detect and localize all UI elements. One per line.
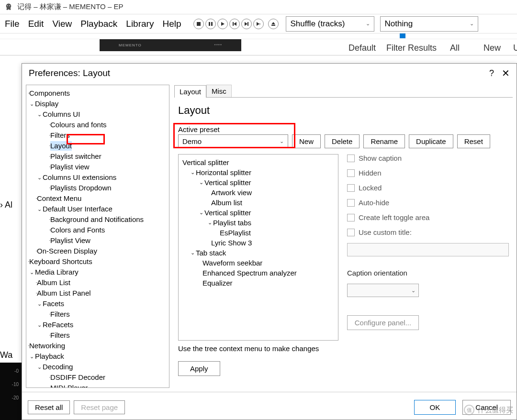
nav-colours[interactable]: Colours and fonts (50, 120, 107, 130)
svg-rect-1 (209, 22, 210, 26)
tab-layout[interactable]: Layout (174, 85, 206, 98)
nav-media-library[interactable]: Media Library (35, 267, 79, 277)
rename-button[interactable]: Rename (363, 134, 405, 148)
eject-button[interactable] (268, 19, 279, 29)
menu-view[interactable]: View (52, 19, 72, 29)
nav-refacets-filters[interactable]: Filters (50, 331, 70, 340)
tree-vertical-splitter[interactable]: Vertical splitter (182, 157, 229, 167)
menu-playback[interactable]: Playback (80, 19, 117, 29)
apply-button[interactable]: Apply (178, 361, 220, 376)
next-button[interactable] (241, 19, 252, 29)
preset-dropdown[interactable]: Demo ⌄ (178, 134, 288, 148)
background-tab-peek: ›Al (0, 200, 12, 210)
svg-rect-0 (197, 22, 201, 26)
tree-esplaylist[interactable]: EsPlaylist (220, 228, 251, 238)
nav-networking[interactable]: Networking (29, 341, 65, 351)
nav-default-ui[interactable]: Default User Interface (43, 204, 112, 214)
nav-decoding[interactable]: Decoding (43, 362, 73, 372)
tree-vertical-splitter-2[interactable]: Vertical splitter (204, 177, 251, 188)
active-preset-label: Active preset (178, 125, 509, 133)
nav-refacets[interactable]: ReFacets (43, 320, 73, 330)
delete-button[interactable]: Delete (325, 134, 360, 148)
duplicate-button[interactable]: Duplicate (409, 134, 453, 148)
nav-components[interactable]: Components (29, 88, 70, 98)
play-button[interactable] (217, 19, 228, 29)
tab-misc[interactable]: Misc (206, 85, 232, 97)
nav-album-list[interactable]: Album List (37, 278, 70, 287)
hidden-label: Hidden (359, 169, 382, 177)
custom-title-input[interactable] (347, 243, 509, 256)
preferences-nav-tree[interactable]: ···Components ⌄Display ⌄Columns UI ···Co… (26, 85, 169, 388)
nav-columns-ui[interactable]: Columns UI (43, 110, 80, 119)
stop-button[interactable] (193, 19, 204, 29)
menu-file[interactable]: File (5, 19, 20, 29)
nav-context-menu[interactable]: Context Menu (37, 194, 81, 203)
random-button[interactable]: ? (253, 19, 264, 29)
new-button[interactable]: New (292, 134, 321, 148)
nav-midi[interactable]: MIDI Player (50, 383, 88, 388)
secondary-combo[interactable]: Nothing ⌄ (380, 16, 478, 32)
tree-lyric[interactable]: Lyric Show 3 (211, 238, 252, 248)
menu-library[interactable]: Library (126, 19, 154, 29)
preset-row: Demo ⌄ New Delete Rename Duplicate Reset (178, 134, 509, 148)
toggle-area-checkbox[interactable] (347, 214, 355, 221)
tree-vertical-splitter-3[interactable]: Vertical splitter (204, 208, 251, 218)
main-menu-bar: File Edit View Playback Library Help ? S… (0, 14, 517, 33)
tab-filter-results[interactable]: Filter Results (382, 41, 441, 56)
nav-keyboard[interactable]: Keyboard Shortcuts (29, 257, 92, 266)
nav-playlist-switcher[interactable]: Playlist switcher (50, 152, 101, 161)
autohide-checkbox[interactable] (347, 199, 355, 207)
seekbar[interactable] (0, 33, 517, 39)
tree-artwork[interactable]: Artwork view (211, 188, 252, 198)
tab-unknown[interactable]: U (508, 41, 517, 56)
menu-edit[interactable]: Edit (28, 19, 44, 29)
hidden-checkbox[interactable] (347, 169, 355, 177)
close-button[interactable]: ✕ (502, 67, 510, 79)
nav-columns-ui-ext[interactable]: Columns UI extensions (43, 173, 116, 182)
ok-button[interactable]: OK (414, 400, 456, 415)
nav-colors-fonts[interactable]: Colors and Fonts (50, 225, 105, 235)
chevron-down-icon: ⌄ (366, 21, 370, 27)
nav-facets[interactable]: Facets (43, 299, 64, 309)
help-button[interactable]: ? (489, 68, 494, 78)
nav-osd[interactable]: On-Screen Display (37, 246, 97, 256)
show-caption-checkbox[interactable] (347, 155, 355, 162)
toggle-area-label: Create left toggle area (359, 213, 429, 221)
tree-tab-stack[interactable]: Tab stack (196, 248, 226, 258)
tab-all[interactable]: All (445, 41, 464, 56)
seekbar-thumb[interactable] (400, 33, 405, 38)
playback-order-combo[interactable]: Shuffle (tracks) ⌄ (286, 16, 374, 32)
menu-help[interactable]: Help (162, 19, 181, 29)
reset-all-button[interactable]: Reset all (28, 400, 70, 414)
prev-button[interactable] (229, 19, 240, 29)
tree-horizontal-splitter[interactable]: Horizontal splitter (196, 167, 251, 177)
nav-facets-filters[interactable]: Filters (50, 309, 70, 319)
custom-title-checkbox[interactable] (347, 229, 355, 236)
tree-spectrum[interactable]: Enhanced Spectrum analyzer (202, 268, 297, 278)
nav-playback[interactable]: Playback (35, 352, 64, 361)
nav-playlist-view[interactable]: Playlist view (50, 162, 90, 172)
pause-button[interactable] (205, 19, 216, 29)
tree-playlist-tabs[interactable]: Playlist tabs (213, 218, 251, 228)
nav-filters[interactable]: Filters (50, 131, 70, 140)
reset-button[interactable]: Reset (457, 134, 490, 148)
layout-tree[interactable]: Vertical splitter ⌄Horizontal splitter ⌄… (178, 154, 338, 341)
reset-page-button[interactable]: Reset page (74, 400, 125, 414)
nav-album-list-panel[interactable]: Album List Panel (37, 288, 91, 298)
nav-display[interactable]: Display (35, 99, 58, 109)
configure-panel-button[interactable]: Configure panel... (347, 315, 419, 330)
nav-dsdiff[interactable]: DSDIFF Decoder (50, 373, 105, 382)
tab-default[interactable]: Default (344, 41, 381, 56)
watermark: 值 什么值得买 (464, 405, 513, 415)
tab-new[interactable]: New (479, 41, 506, 56)
tree-waveform[interactable]: Waveform seekbar (202, 258, 262, 268)
nav-playlists-dropdown[interactable]: Playlists Dropdown (50, 183, 112, 193)
nav-bg-notif[interactable]: Background and Notifications (50, 215, 144, 224)
tree-album-list[interactable]: Album list (211, 198, 242, 208)
tree-equalizer[interactable]: Equalizer (202, 278, 233, 288)
transport-controls: ? (193, 19, 280, 29)
nav-playlist-view-2[interactable]: Playlist View (50, 236, 90, 245)
nav-layout[interactable]: Layout (50, 141, 72, 151)
locked-checkbox[interactable] (347, 184, 355, 192)
caption-orientation-dropdown[interactable]: ⌄ (347, 284, 419, 297)
